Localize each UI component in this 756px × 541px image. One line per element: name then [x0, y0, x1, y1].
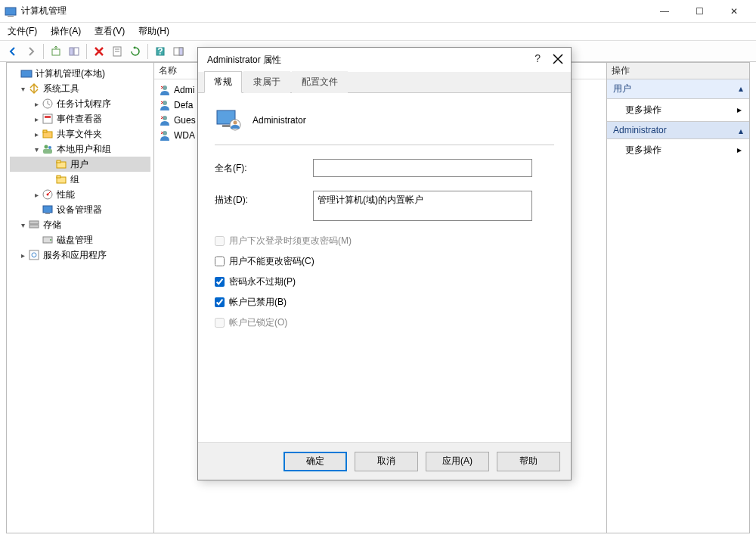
- tree-shared-label: 共享文件夹: [57, 128, 102, 141]
- action-pane-button[interactable]: [170, 43, 187, 60]
- chevron-right-icon: ▸: [737, 145, 742, 155]
- apply-button[interactable]: 应用(A): [426, 452, 489, 471]
- fullname-input[interactable]: [313, 159, 532, 177]
- tree-root[interactable]: 计算机管理(本地): [10, 66, 150, 81]
- svg-rect-15: [45, 116, 51, 118]
- svg-rect-30: [29, 225, 39, 228]
- description-input[interactable]: [313, 191, 532, 221]
- menu-file[interactable]: 文件(F): [8, 25, 37, 38]
- chk-disabled-label: 帐户已禁用(B): [229, 296, 287, 309]
- fullname-label: 全名(F):: [215, 159, 313, 175]
- tab-memberof-label: 隶属于: [253, 76, 280, 87]
- chk-locked-label: 帐户已锁定(O): [229, 316, 287, 329]
- chk-must-change-label: 用户下次登录时须更改密码(M): [229, 235, 352, 247]
- window-close-button[interactable]: ✕: [717, 0, 751, 23]
- properties-button[interactable]: [109, 43, 125, 60]
- tree-local-users-groups[interactable]: ▾ 本地用户和组: [10, 141, 150, 157]
- svg-rect-0: [5, 8, 16, 15]
- tree-groups[interactable]: 组: [10, 172, 150, 187]
- window-title: 计算机管理: [21, 5, 67, 17]
- action-section-admin[interactable]: Administrator ▴: [607, 121, 749, 139]
- tree-performance[interactable]: ▸ 性能: [10, 187, 150, 202]
- help-button[interactable]: 帮助: [497, 452, 560, 471]
- list-item-label: Gues: [174, 115, 196, 126]
- forward-button[interactable]: [23, 43, 39, 60]
- dialog-tabs: 常规 隶属于 配置文件: [198, 72, 571, 93]
- tree-system-tools[interactable]: ▾ 系统工具: [10, 81, 150, 96]
- tree-system-tools-label: 系统工具: [43, 82, 79, 95]
- tree-device-manager[interactable]: 设备管理器: [10, 202, 150, 217]
- minimize-icon: —: [660, 6, 669, 17]
- svg-rect-3: [70, 48, 73, 55]
- tree-storage[interactable]: ▾ 存储: [10, 217, 150, 232]
- back-button[interactable]: [5, 43, 21, 60]
- menu-view[interactable]: 查看(V): [94, 25, 125, 38]
- svg-rect-14: [43, 114, 52, 123]
- chk-cannot-change-label: 用户不能更改密码(C): [229, 255, 314, 268]
- dialog-close-button[interactable]: [553, 54, 563, 67]
- collapse-icon: ▴: [739, 126, 743, 136]
- svg-rect-27: [43, 206, 52, 213]
- svg-rect-22: [57, 160, 60, 163]
- tree-users[interactable]: 用户: [10, 157, 150, 172]
- column-name-label: 名称: [159, 64, 177, 77]
- chk-locked: [215, 318, 225, 328]
- tree-task-label: 任务计划程序: [57, 98, 111, 110]
- tree-root-label: 计算机管理(本地): [36, 67, 105, 80]
- show-hide-button[interactable]: [66, 43, 82, 60]
- list-item-label: Defa: [174, 100, 193, 110]
- tree-event-label: 事件查看器: [57, 113, 102, 126]
- action-section-user[interactable]: 用户 ▴: [607, 79, 749, 99]
- chk-cannot-change[interactable]: [215, 257, 225, 266]
- tree-lug-label: 本地用户和组: [57, 143, 111, 156]
- chk-never-expire-label: 密码永不过期(P): [229, 275, 296, 288]
- tree-users-label: 用户: [70, 158, 88, 171]
- action-pane: 操作 用户 ▴ 更多操作 ▸ Administrator ▴ 更多操作 ▸: [607, 63, 749, 533]
- user-icon: [159, 84, 171, 96]
- svg-rect-20: [43, 149, 52, 154]
- action-more-1[interactable]: 更多操作 ▸: [607, 99, 749, 121]
- chk-never-expire[interactable]: [215, 277, 225, 287]
- dialog-username: Administrator: [253, 115, 306, 126]
- chk-disabled[interactable]: [215, 297, 225, 307]
- section-admin-label: Administrator: [613, 125, 667, 135]
- delete-button[interactable]: [91, 43, 107, 60]
- tree-task-scheduler[interactable]: ▸ 任务计划程序: [10, 96, 150, 111]
- ok-button[interactable]: 确定: [284, 452, 347, 471]
- tab-profile[interactable]: 配置文件: [292, 71, 348, 93]
- tree-disk-management[interactable]: 磁盘管理: [10, 232, 150, 247]
- menu-action[interactable]: 操作(A): [51, 25, 81, 38]
- tree-services-apps[interactable]: ▸ 服务和应用程序: [10, 247, 150, 263]
- user-icon: [159, 129, 171, 141]
- tree-perf-label: 性能: [57, 188, 75, 201]
- minimize-button[interactable]: —: [647, 0, 682, 23]
- tree-services-label: 服务和应用程序: [43, 249, 107, 262]
- more-label-1: 更多操作: [625, 104, 662, 115]
- svg-rect-17: [43, 130, 47, 132]
- svg-point-32: [50, 239, 51, 241]
- svg-rect-29: [29, 221, 39, 224]
- svg-point-18: [45, 145, 48, 149]
- menu-help[interactable]: 帮助(H): [138, 25, 169, 38]
- up-button[interactable]: [48, 43, 64, 60]
- tree-devmgr-label: 设备管理器: [57, 204, 102, 216]
- tab-memberof[interactable]: 隶属于: [243, 71, 290, 93]
- help-button[interactable]: ?: [152, 43, 169, 60]
- cancel-button[interactable]: 取消: [355, 452, 418, 471]
- refresh-button[interactable]: [127, 43, 144, 60]
- svg-point-19: [48, 146, 51, 149]
- tree-event-viewer[interactable]: ▸ 事件查看器: [10, 111, 150, 126]
- svg-rect-24: [57, 176, 60, 178]
- tab-general[interactable]: 常规: [204, 71, 242, 93]
- list-item-label: WDA: [174, 130, 195, 141]
- svg-rect-2: [52, 49, 60, 55]
- action-header: 操作: [607, 63, 749, 79]
- dialog-body: Administrator 全名(F): 描述(D): 用户下次登录时须更改密码…: [198, 93, 571, 442]
- action-more-2[interactable]: 更多操作 ▸: [607, 139, 749, 161]
- maximize-button[interactable]: ☐: [682, 0, 717, 23]
- user-large-icon: [215, 107, 242, 134]
- tree-shared-folders[interactable]: ▸ 共享文件夹: [10, 126, 150, 141]
- dialog-help-button[interactable]: ?: [534, 52, 541, 64]
- tree-pane: 计算机管理(本地) ▾ 系统工具 ▸ 任务计划程序 ▸ 事件查看器 ▸ 共享文件…: [7, 63, 154, 533]
- tab-general-label: 常规: [214, 76, 232, 87]
